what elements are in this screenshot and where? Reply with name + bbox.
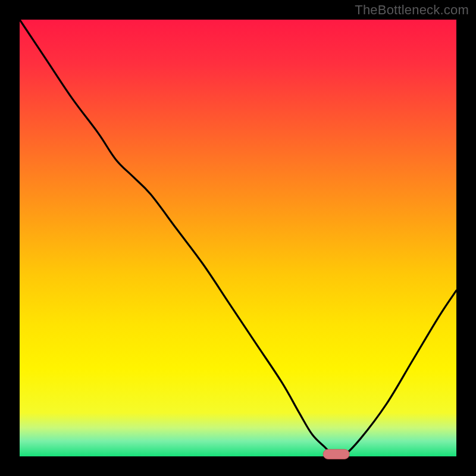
chart-frame: { "watermark": "TheBottleneck.com", "col… bbox=[0, 0, 476, 476]
bottleneck-chart bbox=[0, 0, 476, 476]
watermark: TheBottleneck.com bbox=[355, 2, 469, 18]
heat-gradient-bg bbox=[20, 20, 456, 456]
optimal-marker bbox=[323, 449, 349, 459]
